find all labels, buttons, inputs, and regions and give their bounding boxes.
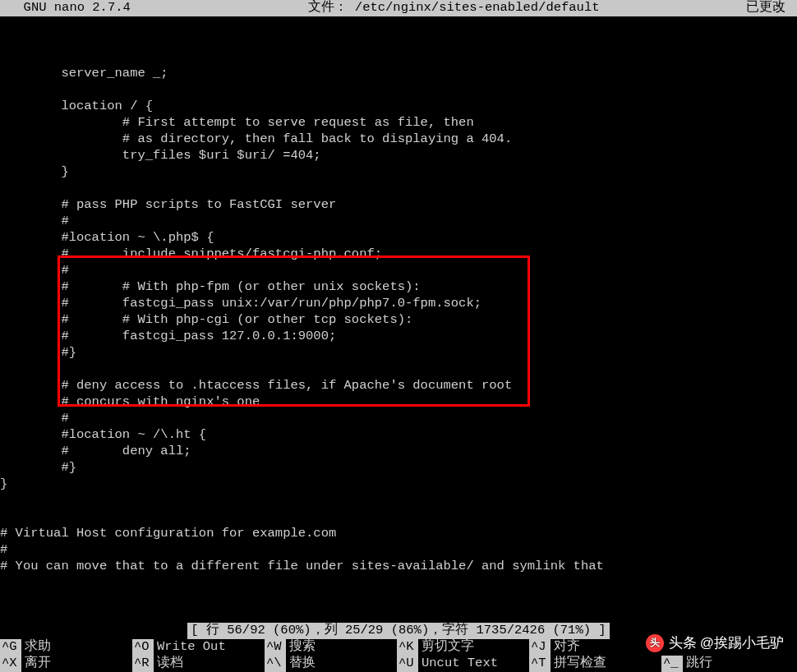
editor-line[interactable] [0,361,797,378]
shortcut-item[interactable]: ^\替换 [265,656,397,672]
app-name: GNU nano 2.7.4 [0,0,131,16]
shortcut-key: ^G [0,639,21,656]
shortcut-item[interactable]: ^J对齐 [529,639,661,656]
editor-area[interactable]: server_name _; location / { # First atte… [0,16,797,575]
shortcut-item[interactable]: ^OWrite Out [132,639,265,656]
editor-line[interactable]: # concurs with nginx's one [0,394,797,411]
editor-line[interactable]: # First attempt to serve request as file… [0,115,797,131]
shortcut-key: ^J [529,639,551,656]
editor-line[interactable]: } [0,476,797,493]
editor-line[interactable] [0,493,797,509]
title-bar: GNU nano 2.7.4 文件： /etc/nginx/sites-enab… [0,0,797,16]
editor-line[interactable] [0,82,797,99]
modified-status: 已更改 [746,0,797,16]
shortcut-item[interactable]: ^UUncut Text [397,656,529,672]
editor-line[interactable] [0,49,797,66]
editor-line[interactable]: #} [0,460,797,476]
editor-line[interactable]: # fastcgi_pass unix:/var/run/php/php7.0-… [0,296,797,312]
editor-line[interactable]: location / { [0,99,797,115]
editor-line[interactable]: # # With php-cgi (or other tcp sockets): [0,312,797,329]
shortcut-label: Write Out [154,639,226,656]
editor-line[interactable]: # pass PHP scripts to FastCGI server [0,197,797,214]
editor-line[interactable]: # [0,263,797,279]
watermark-logo-icon: 头 [646,634,664,652]
shortcut-key: ^O [132,639,154,656]
shortcut-label: 对齐 [551,639,580,656]
shortcut-item[interactable]: ^_跳行 [661,656,794,672]
file-path: /etc/nginx/sites-enabled/default [355,0,600,15]
shortcut-item[interactable]: ^K剪切文字 [397,639,529,656]
editor-line[interactable] [0,509,797,526]
shortcut-label: 跳行 [683,656,712,672]
shortcut-item[interactable]: ^W搜索 [265,639,397,656]
shortcut-key: ^_ [661,656,683,672]
watermark-brand: 头条 [669,634,697,652]
editor-line[interactable]: # as directory, then fall back to displa… [0,131,797,148]
file-info: 文件： /etc/nginx/sites-enabled/default [131,0,746,33]
editor-line[interactable]: # deny access to .htaccess files, if Apa… [0,378,797,394]
watermark: 头 头条 @挨踢小毛驴 [646,634,784,652]
shortcut-item[interactable]: ^X离开 [0,656,132,672]
status-text: [ 行 56/92 (60%)，列 25/29 (86%)，字符 1735/24… [187,623,609,639]
watermark-author: @挨踢小毛驴 [700,634,784,652]
editor-line[interactable]: # include snippets/fastcgi-php.conf; [0,246,797,263]
shortcut-label: 剪切文字 [418,639,474,656]
shortcut-key: ^K [397,639,418,656]
shortcut-label: 离开 [21,656,51,672]
shortcut-item[interactable]: ^R读档 [132,656,265,672]
shortcut-key: ^R [132,656,154,672]
shortcut-label: 求助 [21,639,51,656]
editor-line[interactable]: # You can move that to a different file … [0,559,797,575]
shortcut-item[interactable]: ^G求助 [0,639,132,656]
shortcut-key: ^T [529,656,551,672]
shortcut-key: ^U [397,656,418,672]
shortcut-label: 搜索 [286,639,316,656]
editor-line[interactable] [0,181,797,197]
editor-line[interactable]: server_name _; [0,66,797,82]
editor-line[interactable]: #} [0,345,797,361]
editor-line[interactable] [0,33,797,49]
editor-line[interactable]: #location ~ /\.ht { [0,427,797,444]
shortcut-key: ^\ [265,656,286,672]
editor-line[interactable]: #location ~ \.php$ { [0,230,797,246]
editor-line[interactable]: } [0,164,797,181]
shortcut-row-2: ^X离开^R读档^\替换^UUncut Text^T拼写检查^_跳行 [0,656,797,672]
shortcut-label: 替换 [286,656,316,672]
editor-line[interactable]: # [0,214,797,230]
shortcut-label: Uncut Text [418,656,498,672]
editor-line[interactable]: # # With php-fpm (or other unix sockets)… [0,279,797,296]
editor-line[interactable]: # deny all; [0,444,797,460]
file-label: 文件： [308,0,348,15]
shortcut-key: ^X [0,656,21,672]
editor-line[interactable]: # [0,411,797,427]
editor-line[interactable]: # [0,542,797,559]
editor-line[interactable]: # fastcgi_pass 127.0.0.1:9000; [0,329,797,345]
editor-line[interactable]: try_files $uri $uri/ =404; [0,148,797,164]
shortcut-key: ^W [265,639,286,656]
shortcut-label: 拼写检查 [551,656,606,672]
shortcut-label: 读档 [154,656,183,672]
shortcut-item[interactable]: ^T拼写检查 [529,656,661,672]
editor-line[interactable]: # Virtual Host configuration for example… [0,526,797,542]
